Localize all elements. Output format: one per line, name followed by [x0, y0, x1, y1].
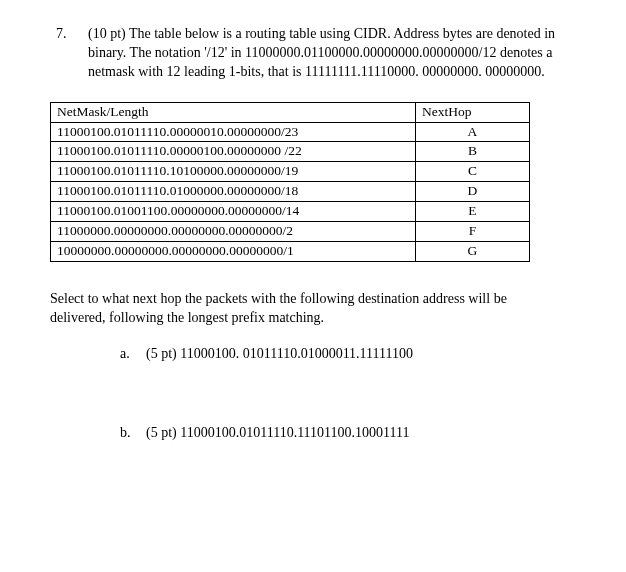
cell-netmask: 11000000.00000000.00000000.00000000/2 — [51, 221, 416, 241]
cell-netmask: 10000000.00000000.00000000.00000000/1 — [51, 241, 416, 261]
cell-netmask: 11000100.01001100.00000000.00000000/14 — [51, 202, 416, 222]
sub-content-a: (5 pt) 11000100. 01011110.01000011.11111… — [146, 345, 581, 364]
cell-hop: F — [415, 221, 529, 241]
cell-hop: D — [415, 182, 529, 202]
cell-netmask: 11000100.01011110.00000100.00000000 /22 — [51, 142, 416, 162]
sub-content-b: (5 pt) 11000100.01011110.11101100.100011… — [146, 424, 581, 443]
sub-label-b: b. — [120, 424, 146, 443]
table-row: 11000000.00000000.00000000.00000000/2 F — [51, 221, 530, 241]
cell-hop: G — [415, 241, 529, 261]
subquestion-b: b. (5 pt) 11000100.01011110.11101100.100… — [120, 424, 581, 443]
cell-hop: A — [415, 122, 529, 142]
cell-hop: C — [415, 162, 529, 182]
table-row: 10000000.00000000.00000000.00000000/1 G — [51, 241, 530, 261]
routing-table: NetMask/Length NextHop 11000100.01011110… — [50, 102, 530, 262]
cell-netmask: 11000100.01011110.00000010.00000000/23 — [51, 122, 416, 142]
cell-netmask: 11000100.01011110.10100000.00000000/19 — [51, 162, 416, 182]
table-row: 11000100.01011110.10100000.00000000/19 C — [51, 162, 530, 182]
cell-netmask: 11000100.01011110.01000000.00000000/18 — [51, 182, 416, 202]
table-row: 11000100.01011110.00000100.00000000 /22 … — [51, 142, 530, 162]
question-intro: (10 pt) The table below is a routing tab… — [88, 25, 581, 82]
sub-label-a: a. — [120, 345, 146, 364]
table-header-row: NetMask/Length NextHop — [51, 102, 530, 122]
subquestion-a: a. (5 pt) 11000100. 01011110.01000011.11… — [120, 345, 581, 364]
table-row: 11000100.01011110.00000010.00000000/23 A — [51, 122, 530, 142]
cell-hop: B — [415, 142, 529, 162]
table-row: 11000100.01001100.00000000.00000000/14 E — [51, 202, 530, 222]
cell-hop: E — [415, 202, 529, 222]
header-nexthop: NextHop — [415, 102, 529, 122]
table-row: 11000100.01011110.01000000.00000000/18 D — [51, 182, 530, 202]
question-header: 7. (10 pt) The table below is a routing … — [40, 25, 581, 82]
instruction-text: Select to what next hop the packets with… — [50, 290, 561, 328]
header-netmask: NetMask/Length — [51, 102, 416, 122]
question-number: 7. — [40, 25, 88, 82]
